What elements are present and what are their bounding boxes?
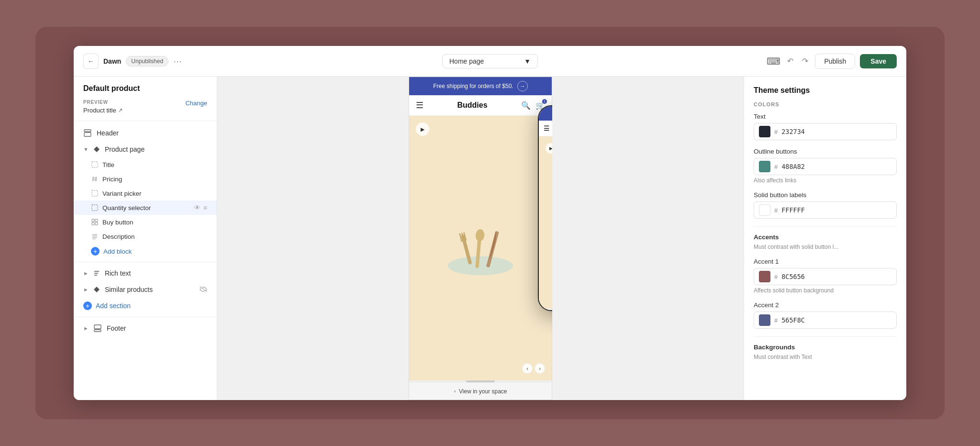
preview-value: Product title <box>83 107 116 114</box>
top-bar-right: ⌨ ↶ ↷ Publish Save <box>753 54 897 69</box>
svg-rect-8 <box>92 205 98 211</box>
svg-rect-0 <box>84 130 91 132</box>
announcement-bar: Free shipping for orders of $50. → <box>409 77 552 95</box>
external-link-icon: ↗ <box>118 107 122 113</box>
subsection-item-title[interactable]: Title <box>74 157 217 172</box>
sidebar-item-header[interactable]: Header <box>74 125 217 141</box>
accent1-value: 8C5656 <box>781 273 805 280</box>
right-panel: Theme settings COLORS Text # 232734 Outl… <box>744 77 906 400</box>
outline-buttons-note: Also affects links <box>754 177 897 184</box>
section-header-product-page[interactable]: ▼ Product page <box>74 141 217 157</box>
svg-line-4 <box>96 177 96 181</box>
description-label: Description <box>102 233 135 240</box>
accent2-input[interactable]: # 565F8C <box>754 312 897 329</box>
accent1-swatch <box>759 271 770 282</box>
outline-buttons-value: 488A82 <box>781 163 805 170</box>
section-header-similar-products[interactable]: ► Similar products <box>74 281 217 298</box>
page-dropdown[interactable]: Home page ▼ <box>442 54 538 68</box>
add-block-item[interactable]: + Add block <box>74 244 217 259</box>
svg-rect-2 <box>92 162 98 167</box>
add-block-icon: + <box>91 247 100 256</box>
product-image-area: ▶ <box>409 116 552 380</box>
diamond-icon-2 <box>92 285 101 294</box>
solid-labels-label: Solid button labels <box>754 191 897 199</box>
more-button[interactable]: ⋯ <box>173 56 182 67</box>
quantity-selector-label: Quantity selector <box>102 204 151 212</box>
outline-buttons-swatch <box>759 161 770 172</box>
mobile-product-image: ▶ <box>539 136 552 309</box>
drag-icon[interactable]: ≡ <box>203 204 207 212</box>
undo-button[interactable]: ↶ <box>785 55 795 67</box>
top-bar-left: ← Dawn Unpublished ⋯ <box>83 54 227 69</box>
color-field-accent1: Accent 1 # 8C5656 Affects solid button b… <box>754 258 897 294</box>
add-section-item[interactable]: + Add section <box>74 298 217 314</box>
accent1-input[interactable]: # 8C5656 <box>754 268 897 285</box>
redo-button[interactable]: ↷ <box>800 55 810 67</box>
divider-1 <box>74 262 217 262</box>
svg-rect-9 <box>92 219 94 222</box>
grid-icon <box>91 218 99 226</box>
svg-point-22 <box>448 256 513 275</box>
svg-rect-7 <box>92 190 98 196</box>
main-content: Default product PREVIEW Change Product t… <box>74 77 906 400</box>
view-in-space-bar[interactable]: ◦ View in your space <box>409 382 552 400</box>
store-nav-icons: 🔍 🛒 1 <box>521 101 545 110</box>
outline-buttons-input[interactable]: # 488A82 <box>754 158 897 175</box>
theme-settings-title: Theme settings <box>754 86 897 95</box>
chevron-right-icon-similar: ► <box>83 287 89 292</box>
play-button[interactable]: ▶ <box>416 123 429 136</box>
quantity-selector-actions: 👁 ≡ <box>194 204 207 212</box>
eye-icon[interactable]: 👁 <box>194 204 200 212</box>
eye-slash-icon[interactable] <box>200 286 207 293</box>
sidebar-item-footer[interactable]: ► Footer <box>74 320 217 336</box>
publish-button[interactable]: Publish <box>815 54 855 69</box>
store-nav: ☰ Buddies 🔍 🛒 1 <box>409 95 552 116</box>
mobile-hamburger-icon[interactable]: ☰ <box>544 124 550 132</box>
top-bar-center: Home page ▼ <box>233 54 747 68</box>
accent2-swatch <box>759 314 770 326</box>
add-section-icon: + <box>83 301 92 310</box>
backgrounds-label: Backgrounds <box>754 344 897 351</box>
hash-symbol-2: # <box>774 163 778 170</box>
color-field-solid-labels: Solid button labels # FFFFFF <box>754 191 897 219</box>
layout-icon <box>83 129 92 137</box>
product-page-label: Product page <box>105 145 145 153</box>
footer-label: Footer <box>107 324 207 332</box>
solid-labels-input[interactable]: # FFFFFF <box>754 201 897 219</box>
svg-point-28 <box>475 229 485 242</box>
title-label: Title <box>102 161 114 168</box>
subsection-item-description[interactable]: Description <box>74 229 217 244</box>
back-button[interactable]: ← <box>83 54 99 69</box>
carousel-next-button[interactable]: › <box>535 363 545 374</box>
search-icon[interactable]: 🔍 <box>521 101 531 110</box>
mobile-play-button[interactable]: ▶ <box>546 143 552 154</box>
divider-2 <box>74 317 217 317</box>
hash-icon <box>91 175 99 183</box>
preview-wrapper: Free shipping for orders of $50. → ☰ Bud… <box>409 77 552 400</box>
text-color-input[interactable]: # 232734 <box>754 123 897 140</box>
status-badge[interactable]: Unpublished <box>126 56 168 67</box>
accent1-label: Accent 1 <box>754 258 897 265</box>
subsection-item-variant-picker[interactable]: Variant picker <box>74 186 217 201</box>
text-color-label: Text <box>754 113 897 120</box>
mobile-device-icon[interactable]: ⌨ <box>767 56 780 67</box>
subsection-item-pricing[interactable]: Pricing <box>74 172 217 186</box>
announcement-arrow-icon: → <box>517 81 528 91</box>
carousel-controls: ‹ › <box>522 363 545 374</box>
mobile-overlay: Free shipping for orders of $50. → ☰ Bud… <box>538 105 552 311</box>
color-field-text: Text # 232734 <box>754 113 897 140</box>
subsection-item-quantity-selector[interactable]: Quantity selector 👁 ≡ <box>74 201 217 215</box>
chevron-right-icon-rich-text: ► <box>83 270 89 276</box>
carousel-prev-button[interactable]: ‹ <box>522 363 533 374</box>
subsection-item-buy-button[interactable]: Buy button <box>74 215 217 229</box>
accents-label: Accents <box>754 234 897 241</box>
section-header-rich-text[interactable]: ► Rich text <box>74 265 217 281</box>
hamburger-icon[interactable]: ☰ <box>416 100 423 111</box>
hash-symbol-5: # <box>774 317 778 324</box>
lines-icon <box>91 233 99 240</box>
save-button[interactable]: Save <box>860 54 897 68</box>
change-link[interactable]: Change <box>185 100 207 107</box>
square-dashed-icon <box>91 161 99 168</box>
buy-button-label: Buy button <box>102 219 134 226</box>
product-image <box>433 205 528 291</box>
